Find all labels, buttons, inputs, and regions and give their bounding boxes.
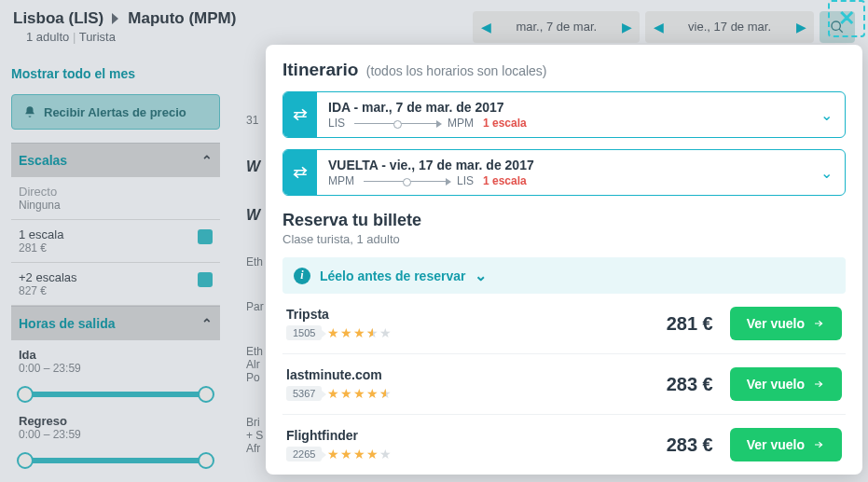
chevron-up-icon: ⌃	[201, 153, 213, 168]
info-icon: i	[294, 268, 310, 284]
itinerary-title: Itinerario	[282, 60, 358, 79]
stops-option-two[interactable]: +2 escalas827 €	[11, 263, 220, 306]
read-before-booking[interactable]: i Léelo antes de reservar ⌄	[282, 257, 846, 294]
provider-name: Tripsta	[286, 307, 393, 322]
star-rating: ★★★★★★	[327, 325, 393, 340]
close-icon: ✕	[838, 7, 855, 31]
star-rating: ★★★★★★	[327, 386, 393, 401]
time-slider-outbound[interactable]	[19, 392, 213, 397]
next-day-icon[interactable]: ▶	[788, 20, 814, 34]
leg-return[interactable]: VUELTA - vie., 17 de mar. de 2017 MPM LI…	[282, 149, 846, 196]
provider-name: lastminute.com	[286, 367, 393, 382]
provider-name: Flightfinder	[286, 428, 393, 443]
arrow-right-icon	[812, 379, 825, 390]
stops-option-direct[interactable]: DirectoNinguna	[11, 177, 220, 220]
star-rating: ★★★★★	[327, 447, 393, 461]
chevron-down-icon[interactable]: ⌄	[807, 92, 845, 137]
leg-outbound[interactable]: IDA - mar., 7 de mar. de 2017 LIS MPM 1 …	[282, 91, 846, 138]
offer-row: Tripsta1505★★★★★★281 €Ver vuelo	[282, 294, 846, 354]
offer-row: Flightfinder2265★★★★★283 €Ver vuelo	[282, 415, 846, 475]
review-count: 2265	[286, 447, 322, 461]
return-date-picker[interactable]: ◀ vie., 17 de mar. ▶	[645, 11, 814, 43]
times-panel-header[interactable]: Horas de salida⌃	[11, 306, 220, 340]
prev-day-icon[interactable]: ◀	[645, 20, 671, 34]
offer-price: 283 €	[667, 374, 713, 395]
close-button[interactable]: ✕	[828, 0, 865, 37]
route-heading: Lisboa (LIS) Maputo (MPM)	[13, 9, 236, 28]
offer-row: lastminute.com5367★★★★★★283 €Ver vuelo	[282, 354, 846, 415]
itinerary-subtitle: (todos los horarios son locales)	[366, 63, 547, 78]
outbound-date-picker[interactable]: ◀ mar., 7 de mar. ▶	[473, 11, 640, 43]
time-return: Regreso0:00 – 23:59	[11, 406, 220, 448]
prev-day-icon[interactable]: ◀	[473, 20, 499, 34]
stops-option-one[interactable]: 1 escala281 €	[11, 220, 220, 263]
view-flight-button[interactable]: Ver vuelo	[730, 428, 842, 461]
book-subtitle: Clase turista, 1 adulto	[282, 232, 846, 246]
stops-panel-header[interactable]: Escalas⌃	[11, 143, 220, 177]
view-flight-button[interactable]: Ver vuelo	[730, 367, 842, 401]
time-outbound: Ida0:00 – 23:59	[11, 340, 220, 382]
book-title: Reserva tu billete	[282, 211, 846, 230]
chevron-right-icon	[111, 12, 120, 25]
arrow-right-icon	[812, 439, 825, 450]
show-month-link[interactable]: Mostrar todo el mes	[11, 59, 220, 94]
route-sub: 1 adulto | Turista	[26, 30, 236, 44]
chevron-up-icon: ⌃	[201, 316, 213, 331]
arrow-right-icon	[812, 318, 825, 329]
plane-swap-icon	[283, 150, 317, 195]
offer-price: 283 €	[667, 434, 713, 456]
review-count: 1505	[286, 325, 322, 340]
bell-icon	[23, 104, 36, 119]
next-day-icon[interactable]: ▶	[613, 20, 640, 34]
chevron-down-icon[interactable]: ⌄	[807, 150, 845, 195]
view-flight-button[interactable]: Ver vuelo	[730, 307, 842, 340]
price-alert-button[interactable]: Recibir Alertas de precio	[11, 94, 220, 130]
checkbox-checked-icon[interactable]	[198, 272, 213, 287]
plane-swap-icon	[283, 92, 317, 137]
review-count: 5367	[286, 386, 322, 401]
itinerary-panel: ✕ Itinerario (todos los horarios son loc…	[266, 45, 862, 475]
chevron-down-icon: ⌄	[475, 267, 487, 284]
checkbox-checked-icon[interactable]	[198, 229, 213, 244]
offer-price: 281 €	[667, 313, 713, 335]
time-slider-return[interactable]	[19, 458, 213, 463]
